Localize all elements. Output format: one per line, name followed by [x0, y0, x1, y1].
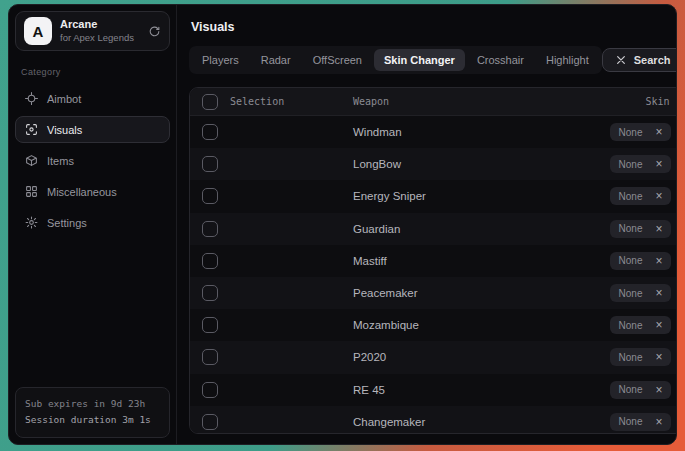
table-row: P2020 None × — [190, 341, 677, 373]
weapon-name: Mastiff — [353, 255, 387, 267]
row-checkbox[interactable] — [202, 124, 218, 140]
weapon-column-header: Weapon — [353, 96, 389, 107]
skin-select[interactable]: None × — [610, 187, 672, 205]
app-window: A Arcane for Apex Legends Category Aimbo… — [8, 4, 677, 445]
tab-skin-changer[interactable]: Skin Changer — [374, 49, 465, 71]
weapon-name: P2020 — [353, 351, 386, 363]
session-duration-text: Session duration 3m 1s — [25, 412, 160, 429]
page-title: Visuals — [191, 20, 677, 34]
grid-icon — [25, 185, 38, 198]
scan-eye-icon — [25, 123, 38, 136]
sidebar-item-label: Items — [47, 155, 74, 167]
skin-select[interactable]: None × — [610, 348, 672, 366]
table-row: Energy Sniper None × — [190, 180, 677, 212]
sidebar-item-items[interactable]: Items — [15, 147, 170, 174]
table-row: LongBow None × — [190, 148, 677, 180]
skin-select[interactable]: None × — [610, 316, 672, 334]
skin-value: None — [619, 159, 643, 170]
clear-skin-icon[interactable]: × — [655, 416, 662, 428]
row-checkbox[interactable] — [202, 382, 218, 398]
sidebar-item-settings[interactable]: Settings — [15, 209, 170, 236]
weapon-name: RE 45 — [353, 384, 385, 396]
skin-select[interactable]: None × — [610, 123, 672, 141]
row-checkbox[interactable] — [202, 285, 218, 301]
row-checkbox[interactable] — [202, 253, 218, 269]
main-panel: Visuals Players Radar OffScreen Skin Cha… — [177, 5, 677, 444]
skin-value: None — [619, 223, 643, 234]
sidebar-item-miscellaneous[interactable]: Miscellaneous — [15, 178, 170, 205]
clear-skin-icon[interactable]: × — [655, 126, 662, 138]
clear-skin-icon[interactable]: × — [655, 319, 662, 331]
crosshair-icon — [25, 92, 38, 105]
clear-skin-icon[interactable]: × — [655, 223, 662, 235]
table-row: Mozambique None × — [190, 309, 677, 341]
clear-skin-icon[interactable]: × — [655, 287, 662, 299]
skin-select[interactable]: None × — [610, 284, 672, 302]
sidebar-item-label: Miscellaneous — [47, 186, 117, 198]
search-button[interactable]: Search — [602, 48, 677, 72]
skin-select[interactable]: None × — [610, 220, 672, 238]
skin-select[interactable]: None × — [610, 155, 672, 173]
skin-column-header: Skin — [645, 96, 669, 107]
row-checkbox[interactable] — [202, 188, 218, 204]
sidebar-item-label: Settings — [47, 217, 87, 229]
table-row: Changemaker None × — [190, 406, 677, 434]
skin-select[interactable]: None × — [610, 381, 672, 399]
table-row: Windman None × — [190, 116, 677, 148]
clear-skin-icon[interactable]: × — [655, 351, 662, 363]
app-subtitle: for Apex Legends — [60, 32, 140, 44]
subscription-info-card: Sub expires in 9d 23h Session duration 3… — [15, 387, 170, 438]
weapon-name: Peacemaker — [353, 287, 418, 299]
tab-offscreen[interactable]: OffScreen — [303, 49, 372, 71]
sidebar-item-visuals[interactable]: Visuals — [15, 116, 170, 143]
tab-players[interactable]: Players — [192, 49, 249, 71]
clear-skin-icon[interactable]: × — [655, 190, 662, 202]
skin-changer-table: Selection Weapon Skin Windman None × Lon… — [189, 87, 677, 434]
app-logo: A — [24, 17, 52, 45]
sub-expiry-text: Sub expires in 9d 23h — [25, 396, 160, 413]
sidebar-nav: Aimbot Visuals Items — [15, 85, 170, 236]
weapon-name: Changemaker — [353, 416, 425, 428]
weapon-name: Mozambique — [353, 319, 419, 331]
weapon-name: Energy Sniper — [353, 190, 426, 202]
clear-skin-icon[interactable]: × — [655, 384, 662, 396]
search-icon — [616, 55, 626, 65]
skin-select[interactable]: None × — [610, 413, 672, 431]
clear-skin-icon[interactable]: × — [655, 255, 662, 267]
search-button-label: Search — [634, 54, 671, 66]
gear-icon — [25, 216, 38, 229]
row-checkbox[interactable] — [202, 221, 218, 237]
skin-value: None — [619, 352, 643, 363]
weapon-name: Guardian — [353, 223, 400, 235]
selection-column-header: Selection — [230, 96, 284, 107]
sidebar-item-label: Visuals — [47, 124, 82, 136]
sidebar: A Arcane for Apex Legends Category Aimbo… — [9, 5, 177, 444]
refresh-icon[interactable] — [148, 25, 161, 38]
skin-value: None — [619, 191, 643, 202]
cube-icon — [25, 154, 38, 167]
app-header-text: Arcane for Apex Legends — [60, 18, 140, 44]
skin-value: None — [619, 255, 643, 266]
row-checkbox[interactable] — [202, 317, 218, 333]
table-row: Peacemaker None × — [190, 277, 677, 309]
tab-radar[interactable]: Radar — [251, 49, 301, 71]
table-row: Mastiff None × — [190, 245, 677, 277]
skin-value: None — [619, 416, 643, 427]
category-label: Category — [21, 67, 164, 77]
sidebar-item-aimbot[interactable]: Aimbot — [15, 85, 170, 112]
clear-skin-icon[interactable]: × — [655, 158, 662, 170]
app-header-card: A Arcane for Apex Legends — [15, 11, 170, 51]
select-all-checkbox[interactable] — [202, 94, 218, 110]
tab-row: Players Radar OffScreen Skin Changer Cro… — [189, 46, 677, 74]
row-checkbox[interactable] — [202, 156, 218, 172]
sidebar-item-label: Aimbot — [47, 93, 81, 105]
row-checkbox[interactable] — [202, 349, 218, 365]
skin-select[interactable]: None × — [610, 252, 672, 270]
table-header-row: Selection Weapon Skin — [190, 88, 677, 116]
app-title: Arcane — [60, 18, 140, 32]
tab-highlight[interactable]: Highlight — [536, 49, 599, 71]
skin-value: None — [619, 288, 643, 299]
skin-value: None — [619, 384, 643, 395]
row-checkbox[interactable] — [202, 414, 218, 430]
tab-crosshair[interactable]: Crosshair — [467, 49, 534, 71]
